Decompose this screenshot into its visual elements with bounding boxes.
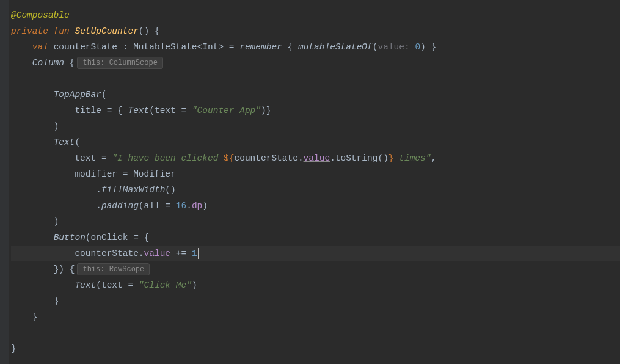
- code-line: .padding(all = 16.dp): [11, 198, 620, 214]
- indent: [11, 90, 54, 100]
- param-hint: value:: [377, 42, 409, 52]
- string: times": [394, 153, 431, 163]
- func-call: Text: [128, 106, 149, 115]
- punct: (: [149, 106, 155, 115]
- code-line: text = "I have been clicked ${counterSta…: [11, 150, 620, 166]
- indent: [11, 185, 96, 195]
- punct: (: [139, 201, 144, 211]
- code-line: Text(text = "Click Me"): [11, 277, 620, 293]
- code-line: Column {this: ColumnScope: [11, 55, 620, 71]
- code-line: [11, 71, 620, 87]
- indent: [11, 296, 54, 306]
- param: text: [75, 153, 96, 163]
- number: 1: [192, 249, 197, 258]
- indent: [11, 233, 54, 242]
- ident: counterState: [75, 249, 138, 258]
- punct: }: [54, 296, 59, 306]
- code-line: @Composable: [11, 7, 620, 23]
- number: 16: [176, 201, 186, 211]
- punct: }: [32, 312, 38, 322]
- indent: [11, 169, 75, 179]
- code-line: TopAppBar(: [11, 87, 620, 103]
- punct: =: [123, 280, 139, 290]
- func-call: Text: [54, 137, 75, 147]
- indent: [11, 312, 32, 322]
- indent: [11, 137, 54, 147]
- punct: =: [101, 106, 117, 115]
- punct: }: [426, 42, 436, 52]
- punct: }: [11, 344, 16, 354]
- code-line: }) {this: RowScope: [11, 261, 620, 277]
- op: +=: [170, 249, 192, 258]
- code-line: Text(: [11, 134, 620, 150]
- code-line: ): [11, 118, 620, 134]
- punct: <: [197, 42, 203, 52]
- code-line: private fun SetUpCounter() {: [11, 23, 620, 39]
- punct: ): [54, 217, 59, 227]
- code-editor[interactable]: 💡 @Composable private fun SetUpCounter()…: [0, 0, 620, 364]
- punct: =: [128, 233, 144, 242]
- dot: .: [96, 201, 101, 211]
- punct: ): [192, 280, 197, 290]
- indent: [11, 217, 54, 227]
- ident: counterState: [54, 42, 117, 52]
- punct: =: [224, 42, 239, 52]
- number: 0: [415, 42, 420, 52]
- dot: .: [186, 201, 192, 211]
- indent: [11, 249, 75, 258]
- indent: [11, 42, 32, 52]
- indent: [11, 201, 96, 211]
- punct: )}: [261, 106, 271, 115]
- caret-icon: [198, 248, 199, 259]
- type: MutableState: [133, 42, 197, 52]
- punct: }): [54, 264, 64, 274]
- punct: (: [96, 280, 101, 290]
- code-line: val counterState : MutableState<Int> = r…: [11, 39, 620, 55]
- property: value: [304, 153, 330, 163]
- indent: [11, 264, 54, 274]
- inlay-hint: this: ColumnScope: [77, 57, 162, 69]
- dot: .: [298, 153, 304, 163]
- code-line: modifier = Modifier: [11, 166, 620, 182]
- indent: [11, 280, 75, 290]
- string: "Click Me": [139, 280, 192, 290]
- punct: =: [117, 169, 133, 179]
- punct: {: [64, 264, 75, 274]
- method: toString(): [335, 153, 388, 163]
- param: text: [155, 106, 176, 115]
- code-line: title = { Text(text = "Counter App")}: [11, 103, 620, 118]
- punct: () {: [139, 26, 160, 36]
- editor-gutter: 💡: [0, 0, 9, 364]
- indent: [11, 106, 75, 115]
- punct: =: [96, 153, 112, 163]
- ident: counterState: [234, 153, 297, 163]
- property: value: [144, 249, 171, 258]
- comma: ,: [431, 153, 436, 163]
- annotation: @Composable: [11, 10, 70, 20]
- punct: (: [101, 90, 107, 100]
- string: "Counter App": [192, 106, 261, 115]
- func-call: Column: [32, 58, 64, 68]
- dot: .: [330, 153, 335, 163]
- punct: =: [176, 106, 192, 115]
- code-line: .fillMaxWidth(): [11, 182, 620, 198]
- punct: (: [75, 137, 80, 147]
- code-line: [11, 325, 620, 341]
- punct: {: [64, 58, 75, 68]
- code-content[interactable]: @Composable private fun SetUpCounter() {…: [9, 0, 620, 364]
- templ-close: }: [388, 153, 394, 163]
- func-call: mutableStateOf: [298, 42, 373, 52]
- punct: ): [202, 201, 208, 211]
- method: padding: [101, 201, 139, 211]
- indent: [11, 58, 32, 68]
- punct: ): [420, 42, 426, 52]
- code-line: }: [11, 309, 620, 325]
- param: text: [101, 280, 123, 290]
- punct: (: [86, 233, 91, 242]
- func-call: TopAppBar: [54, 90, 101, 100]
- code-line: ): [11, 214, 620, 230]
- kw-val: val: [32, 42, 48, 52]
- func-name: SetUpCounter: [75, 26, 138, 36]
- object: Modifier: [133, 169, 176, 179]
- indent: [11, 122, 54, 131]
